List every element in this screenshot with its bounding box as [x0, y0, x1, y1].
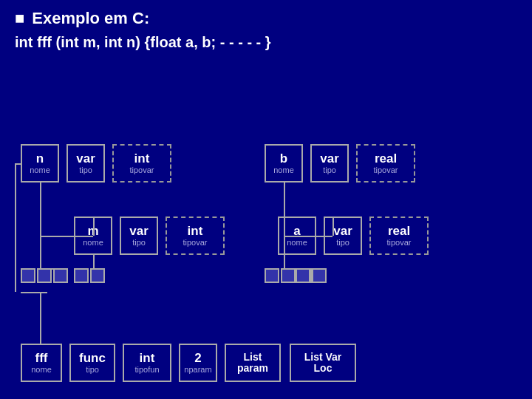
- list-var-loc-box: List Var Loc: [290, 344, 356, 382]
- func-box: func tipo: [69, 344, 115, 382]
- arrow-v-fff: [40, 292, 41, 344]
- var2-box: var tipo: [120, 216, 158, 255]
- cell-1a: [21, 268, 35, 283]
- arrow-v-b: [284, 183, 285, 268]
- cell-4a: [296, 268, 310, 283]
- cell-3a: [265, 268, 279, 283]
- int2-box: int tipovar: [166, 216, 225, 255]
- real1-box: real tipovar: [356, 144, 415, 183]
- b-box: b nome: [265, 144, 303, 183]
- list-param-box: List param: [225, 344, 281, 382]
- arrow-h-fff-n: [15, 163, 21, 165]
- arrow-connect-ba: [284, 236, 332, 237]
- two-box: 2 nparam: [179, 344, 217, 382]
- arrow-connect-nm: [40, 236, 93, 237]
- fff-box: fff nome: [21, 344, 62, 382]
- var1-box: var tipo: [66, 144, 105, 183]
- var3-box: var tipo: [310, 144, 349, 183]
- subtitle: int fff (int m, int n) {float a, b; - - …: [0, 31, 532, 63]
- page-title: Exemplo em C:: [32, 9, 149, 28]
- cell-2b: [90, 268, 105, 283]
- arrow-connect-ba-v: [332, 216, 334, 236]
- cell-1b: [37, 268, 52, 283]
- real2-box: real tipovar: [369, 216, 429, 255]
- cell-3b: [281, 268, 296, 283]
- diagram-area: n nome var tipo int tipovar b nome var t…: [0, 63, 532, 381]
- arrow-v-m: [93, 255, 95, 268]
- arrow-connect-nm-v: [93, 216, 95, 236]
- title-area: ■ Exemplo em C:: [0, 0, 532, 31]
- int3-box: int tipofun: [123, 344, 171, 382]
- arrow-v-fff-n: [15, 163, 16, 292]
- cell-1c: [53, 268, 68, 283]
- arrow-h-fff-up: [21, 292, 47, 293]
- bullet-icon: ■: [15, 10, 24, 27]
- n-box: n nome: [21, 144, 59, 183]
- int1-box: int tipovar: [112, 144, 171, 183]
- arrow-v-n: [40, 183, 41, 268]
- cell-4b: [312, 268, 327, 283]
- arrow-h-n: [40, 268, 53, 270]
- cell-2a: [74, 268, 89, 283]
